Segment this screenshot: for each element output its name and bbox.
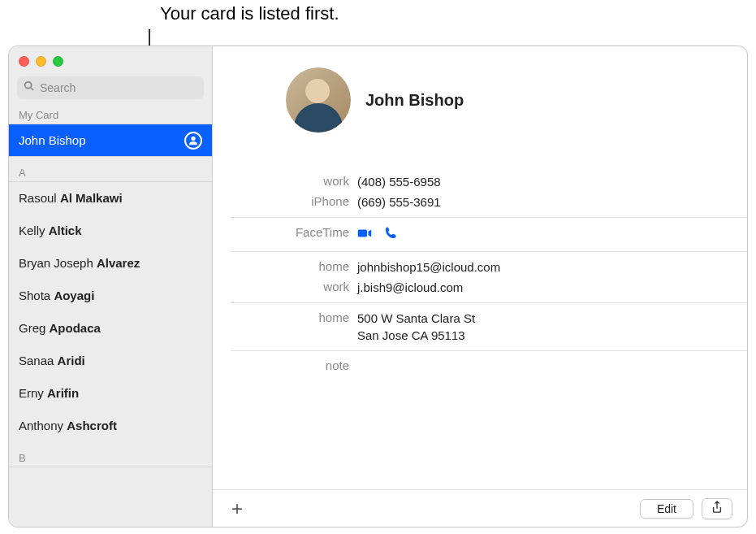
contact-first: Kelly — [19, 224, 45, 237]
fullscreen-button[interactable] — [53, 56, 63, 67]
contacts-window: My Card John Bishop A Rasoul Al Malkawi … — [8, 46, 748, 527]
search-field[interactable] — [17, 76, 204, 99]
window-titlebar — [9, 46, 212, 76]
contact-first: Sanaa — [19, 354, 54, 367]
list-item[interactable]: Sanaa Aridi — [9, 345, 212, 377]
bottom-toolbar: + Edit — [213, 489, 747, 527]
my-card-header: My Card — [9, 104, 212, 124]
field-label: iPhone — [213, 193, 357, 208]
contact-first: Greg — [19, 321, 45, 335]
email-row[interactable]: work j.bish9@icloud.com — [213, 277, 747, 297]
sidebar: My Card John Bishop A Rasoul Al Malkawi … — [9, 46, 213, 527]
field-label: FaceTime — [213, 224, 357, 239]
facetime-video-icon[interactable] — [357, 226, 372, 245]
section-header-a: A — [9, 157, 212, 182]
my-card-row[interactable]: John Bishop — [9, 124, 212, 157]
list-item[interactable]: Kelly Altick — [9, 215, 212, 247]
divider — [231, 251, 747, 252]
fields: work (408) 555-6958 iPhone (669) 555-369… — [213, 171, 747, 374]
facetime-audio-icon[interactable] — [383, 226, 398, 245]
field-value: 500 W Santa Clara St San Jose CA 95113 — [357, 310, 475, 344]
address-row[interactable]: home 500 W Santa Clara St San Jose CA 95… — [213, 308, 747, 345]
field-label: home — [213, 258, 357, 273]
phone-row[interactable]: iPhone (669) 555-3691 — [213, 192, 747, 212]
field-label: work — [213, 173, 357, 188]
list-item[interactable]: Shota Aoyagi — [9, 280, 212, 312]
field-label: work — [213, 279, 357, 293]
contact-first: Rasoul — [19, 191, 57, 205]
list-item[interactable]: Anthony Ashcroft — [9, 410, 212, 442]
edit-button[interactable]: Edit — [640, 499, 693, 519]
contact-last: Aoyagi — [54, 289, 94, 302]
section-header-b: B — [9, 442, 212, 467]
minimize-button[interactable] — [36, 56, 46, 67]
contact-first: Erny — [19, 386, 44, 400]
field-value: johnbishop15@icloud.com — [357, 258, 500, 276]
contact-detail: John Bishop work (408) 555-6958 iPhone (… — [213, 46, 747, 527]
contact-list[interactable]: My Card John Bishop A Rasoul Al Malkawi … — [9, 104, 212, 527]
my-card-name: John Bishop — [19, 133, 86, 147]
list-item[interactable]: Greg Apodaca — [9, 312, 212, 345]
contact-last: Aridi — [58, 354, 85, 367]
contact-first: Shota — [19, 289, 50, 302]
search-input[interactable] — [40, 81, 197, 94]
contact-first: Anthony — [19, 419, 63, 432]
list-item[interactable]: Erny Arifin — [9, 377, 212, 410]
contact-last: Apodaca — [50, 321, 101, 335]
field-value: (669) 555-3691 — [357, 193, 441, 211]
search-icon — [24, 80, 35, 95]
field-label: note — [213, 358, 357, 372]
add-button[interactable]: + — [227, 499, 247, 519]
contact-last: Ashcroft — [67, 419, 117, 432]
contact-last: Alvarez — [97, 256, 140, 270]
field-value: (408) 555-6958 — [357, 173, 441, 190]
address-line1: 500 W Santa Clara St — [357, 311, 475, 325]
field-label: home — [213, 310, 357, 324]
divider — [231, 217, 747, 218]
address-line2: San Jose CA 95113 — [357, 327, 475, 344]
list-item[interactable]: Rasoul Al Malkawi — [9, 182, 212, 215]
contact-name: John Bishop — [365, 91, 464, 110]
facetime-row: FaceTime — [213, 223, 747, 246]
note-row[interactable]: note — [213, 356, 747, 374]
close-button[interactable] — [19, 56, 29, 67]
email-row[interactable]: home johnbishop15@icloud.com — [213, 257, 747, 277]
list-item[interactable]: Bryan Joseph Alvarez — [9, 247, 212, 280]
contact-first: Bryan Joseph — [19, 256, 93, 270]
avatar[interactable] — [286, 67, 351, 132]
share-icon — [711, 501, 723, 517]
plus-icon: + — [231, 497, 243, 520]
detail-header: John Bishop — [213, 46, 747, 139]
divider — [231, 302, 747, 303]
field-value: j.bish9@icloud.com — [357, 279, 463, 296]
contact-last: Altick — [49, 224, 82, 237]
phone-row[interactable]: work (408) 555-6958 — [213, 171, 747, 192]
me-badge-icon — [184, 132, 202, 150]
contact-last: Arifin — [47, 386, 79, 400]
contact-last: Al Malkawi — [60, 191, 123, 205]
divider — [231, 350, 747, 351]
annotation-caption: Your card is listed first. — [160, 3, 339, 24]
share-button[interactable] — [702, 498, 732, 519]
